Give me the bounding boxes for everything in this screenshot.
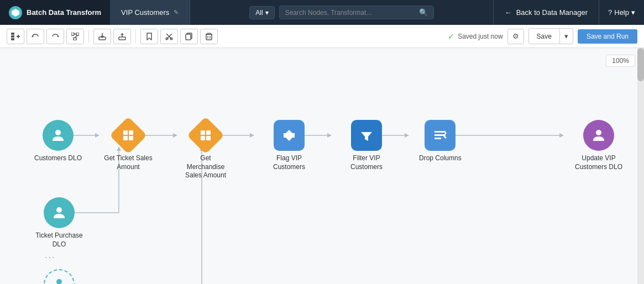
node-label: Customers DLO <box>34 154 82 163</box>
svg-line-12 <box>75 35 78 38</box>
svg-marker-41 <box>559 133 564 138</box>
node-label: Flag VIP Customers <box>264 154 314 171</box>
svg-marker-7 <box>57 35 59 37</box>
saved-status: ✓ Saved just now <box>448 32 502 41</box>
node-flag-vip-customers[interactable]: Flag VIP Customers <box>264 120 314 171</box>
settings-button[interactable]: ⚙ <box>507 29 524 44</box>
node-icon <box>425 120 455 151</box>
node-icon <box>44 269 75 284</box>
tab-name: VIP Customers <box>121 8 169 17</box>
svg-point-60 <box>56 207 62 213</box>
node-label: Ticket Purchase DLO <box>34 232 84 249</box>
node-label: Get Merchandise Sales Amount <box>181 154 231 180</box>
save-dropdown-button[interactable]: ▾ <box>559 29 573 44</box>
svg-marker-33 <box>173 133 177 138</box>
auto-layout-button[interactable] <box>66 29 84 44</box>
saved-text: Saved just now <box>458 33 502 40</box>
connector-svg <box>0 48 644 284</box>
node-icon <box>351 120 382 151</box>
brand-name: Batch Data Transform <box>27 8 101 17</box>
svg-rect-45 <box>123 130 128 135</box>
edit-icon[interactable]: ✎ <box>174 9 179 16</box>
search-icon: 🔍 <box>419 8 428 17</box>
svg-rect-48 <box>129 136 133 140</box>
help-label: Help <box>614 8 629 17</box>
svg-marker-6 <box>32 35 34 37</box>
save-button[interactable]: Save <box>529 29 559 44</box>
node-get-ticket-sales[interactable]: Get Ticket Sales Amount <box>103 120 153 171</box>
svg-rect-47 <box>123 136 128 140</box>
svg-rect-46 <box>129 130 133 135</box>
export-button[interactable] <box>93 29 111 44</box>
svg-rect-27 <box>207 33 211 34</box>
svg-rect-16 <box>119 37 125 40</box>
node-icon <box>43 120 74 151</box>
node-label: Drop Columns <box>419 154 462 163</box>
toolbar-separator-1 <box>88 30 89 43</box>
svg-rect-2 <box>11 35 14 38</box>
canvas[interactable]: 100% Customers DLO <box>0 48 644 284</box>
help-icon: ? <box>608 8 612 17</box>
svg-rect-50 <box>206 130 211 135</box>
vertical-scrollbar[interactable] <box>637 48 644 284</box>
undo-button[interactable] <box>27 29 44 44</box>
svg-rect-1 <box>11 33 14 35</box>
node-merchandise-purchase-dlo[interactable]: Merchandise Purchase DLO <box>34 269 84 284</box>
svg-marker-37 <box>327 133 332 138</box>
nav-brand: Batch Data Transform <box>0 0 110 25</box>
node-icon <box>274 120 305 151</box>
save-and-run-button[interactable]: Save and Run <box>578 29 637 44</box>
svg-rect-49 <box>201 130 205 135</box>
back-to-data-manager-button[interactable]: ← Back to Data Manager <box>493 0 599 25</box>
filter-value: All <box>255 9 263 17</box>
top-nav: Batch Data Transform VIP Customers ✎ All… <box>0 0 644 25</box>
node-icon <box>44 197 75 228</box>
node-label: Filter VIP Customers <box>342 154 391 171</box>
node-update-vip-customers-dlo[interactable]: Update VIP Customers DLO <box>574 120 624 171</box>
search-box[interactable]: 🔍 <box>279 6 434 19</box>
help-chevron-icon: ▾ <box>631 8 635 17</box>
svg-marker-39 <box>405 133 409 138</box>
toolbar-separator-2 <box>135 30 136 43</box>
brand-icon <box>9 6 22 19</box>
cut-button[interactable] <box>160 29 178 44</box>
scrollbar-thumb[interactable] <box>637 48 644 81</box>
svg-rect-57 <box>434 138 441 139</box>
filter-dropdown[interactable]: All ▾ <box>249 6 274 19</box>
svg-rect-25 <box>206 34 212 40</box>
node-drop-columns[interactable]: Drop Columns <box>419 120 462 163</box>
workflow-tab[interactable]: VIP Customers ✎ <box>110 0 190 25</box>
node-filter-vip-customers[interactable]: Filter VIP Customers <box>342 120 391 171</box>
svg-marker-0 <box>12 9 19 17</box>
check-icon: ✓ <box>448 32 454 41</box>
redo-button[interactable] <box>46 29 64 44</box>
svg-marker-18 <box>121 33 124 35</box>
help-button[interactable]: ? Help ▾ <box>599 0 644 25</box>
node-label: Get Ticket Sales Amount <box>103 154 153 171</box>
import-button[interactable] <box>113 29 131 44</box>
node-icon <box>583 120 614 151</box>
svg-rect-8 <box>71 33 74 35</box>
svg-rect-51 <box>201 136 205 140</box>
add-node-button[interactable] <box>7 29 24 44</box>
toolbar-right: ✓ Saved just now ⚙ Save ▾ Save and Run <box>448 28 637 44</box>
node-label: Update VIP Customers DLO <box>574 154 624 171</box>
nav-search-area: All ▾ 🔍 <box>190 0 493 25</box>
back-label: Back to Data Manager <box>516 8 588 17</box>
search-input[interactable] <box>285 9 415 17</box>
bookmark-button[interactable] <box>140 29 158 44</box>
node-get-merchandise-sales[interactable]: Get Merchandise Sales Amount <box>181 120 231 180</box>
svg-marker-35 <box>250 133 254 138</box>
svg-rect-9 <box>76 33 79 35</box>
more-dots: ··· <box>45 253 55 262</box>
zoom-indicator: 100% <box>606 55 635 67</box>
svg-marker-54 <box>361 132 372 141</box>
delete-button[interactable] <box>200 29 218 44</box>
node-customers-dlo[interactable]: Customers DLO <box>34 120 82 163</box>
svg-rect-55 <box>434 131 446 133</box>
node-ticket-purchase-dlo[interactable]: Ticket Purchase DLO <box>34 197 84 249</box>
svg-rect-24 <box>186 34 191 40</box>
svg-rect-3 <box>11 38 14 40</box>
svg-marker-31 <box>95 133 100 138</box>
copy-button[interactable] <box>180 29 198 44</box>
